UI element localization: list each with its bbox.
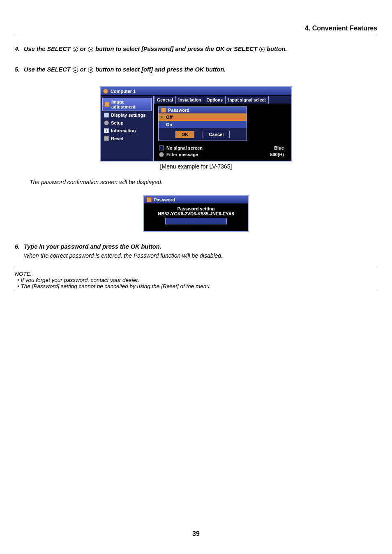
- osd-main-panel: General Installation Options Input signa…: [153, 96, 291, 161]
- status-label: No signal screen: [166, 145, 203, 150]
- filter-icon: [159, 152, 164, 157]
- select-down-icon: [88, 47, 93, 52]
- osd-sidebar: Image adjustment Display settings Setup …: [101, 96, 153, 161]
- sidebar-item-label: Image adjustment: [111, 99, 150, 109]
- screen-icon: [159, 145, 164, 150]
- select-down-icon: [88, 67, 93, 73]
- step-6: 6. Type in your password and press the O…: [15, 243, 377, 250]
- password-dialog-title-text: Password: [168, 108, 189, 113]
- status-value: 500(H): [270, 152, 284, 157]
- password-setting-heading: Password setting: [148, 206, 244, 211]
- status-no-signal: No signal screen Blue: [156, 145, 290, 151]
- sidebar-item-label: Setup: [111, 120, 124, 125]
- select-up-icon: [73, 47, 78, 52]
- password-setting-title: Password: [154, 197, 175, 202]
- osd-title: Computer 1: [111, 89, 136, 94]
- step-4-number: 4.: [15, 45, 24, 53]
- select-right-icon: [259, 47, 265, 52]
- page-number: 39: [0, 530, 392, 538]
- status-label: Filter message: [166, 152, 198, 157]
- osd-tabs: General Installation Options Input signa…: [154, 96, 291, 104]
- note-item: If you forget your password, contact you…: [17, 277, 377, 283]
- step-5: 5. Use the SELECT or button to select [o…: [15, 65, 377, 74]
- info-icon: i: [104, 128, 109, 133]
- password-dialog: Password Off On OK Cancel: [158, 106, 247, 141]
- setup-icon: [104, 120, 109, 125]
- sidebar-item-information[interactable]: i Information: [102, 127, 152, 134]
- step-4-text-mid: or: [80, 46, 88, 52]
- tab-input-signal-select[interactable]: Input signal select: [225, 96, 269, 104]
- password-setting-dialog: Password Password setting NB52-YGK8-2VD6…: [143, 195, 249, 232]
- note-block: NOTE: If you forget your password, conta…: [15, 269, 377, 292]
- figure-caption: [Menu example for LV-7365]: [15, 163, 377, 170]
- status-value: Blue: [274, 145, 284, 150]
- note-label: NOTE:: [15, 271, 377, 277]
- status-filter-message: Filter message 500(H): [156, 151, 290, 158]
- sidebar-item-image-adjustment[interactable]: Image adjustment: [102, 98, 152, 111]
- password-input[interactable]: [165, 218, 227, 224]
- sidebar-item-label: Information: [111, 128, 136, 133]
- lock-icon: [147, 197, 152, 202]
- step-5-text-mid: or: [80, 66, 88, 73]
- password-dialog-title: Password: [159, 107, 247, 113]
- tab-general[interactable]: General: [154, 96, 176, 104]
- lock-icon: [161, 108, 166, 113]
- step-6-text: Type in your password and press the OK b…: [24, 243, 161, 250]
- step-4-text-b: button to select [Password] and press th…: [95, 46, 259, 52]
- osd-title-bar: Computer 1: [101, 87, 291, 96]
- step-5-text-b: button to select [off] and press the OK …: [95, 66, 226, 73]
- reset-icon: [104, 136, 109, 141]
- password-code: NB52-YGK8-2VD6-K585-JNE6-EYA8: [148, 211, 244, 216]
- password-setting-title-bar: Password: [144, 196, 248, 204]
- step-6-number: 6.: [15, 243, 24, 250]
- note-item: The [Password] setting cannot be cancell…: [17, 283, 377, 289]
- osd-menu-figure: Computer 1 Image adjustment Display sett…: [100, 86, 292, 162]
- display-settings-icon: [104, 113, 109, 118]
- sidebar-item-reset[interactable]: Reset: [102, 135, 152, 142]
- cancel-button[interactable]: Cancel: [203, 131, 230, 138]
- step-4: 4. Use the SELECT or button to select [P…: [15, 45, 377, 53]
- step-5-number: 5.: [15, 65, 24, 74]
- password-option-off[interactable]: Off: [159, 113, 247, 121]
- section-header: 4. Convenient Features: [15, 25, 377, 33]
- step-5-text-a: Use the SELECT: [24, 66, 72, 73]
- image-adjust-icon: [104, 102, 109, 107]
- password-option-on[interactable]: On: [159, 121, 247, 128]
- select-up-icon: [73, 67, 78, 73]
- sidebar-item-label: Reset: [111, 136, 123, 141]
- ok-button[interactable]: OK: [175, 131, 195, 138]
- confirmation-text: The password confirmation screen will be…: [30, 179, 377, 185]
- step-4-text-a: Use the SELECT: [24, 46, 72, 52]
- sidebar-item-label: Display settings: [111, 113, 145, 118]
- step-6-result: When the correct password is entered, th…: [24, 252, 377, 259]
- source-icon: [103, 89, 108, 94]
- step-4-text-tail: button.: [267, 46, 287, 52]
- sidebar-item-display-settings[interactable]: Display settings: [102, 111, 152, 119]
- sidebar-item-setup[interactable]: Setup: [102, 119, 152, 127]
- tab-installation[interactable]: Installation: [175, 96, 204, 104]
- tab-options[interactable]: Options: [204, 96, 226, 104]
